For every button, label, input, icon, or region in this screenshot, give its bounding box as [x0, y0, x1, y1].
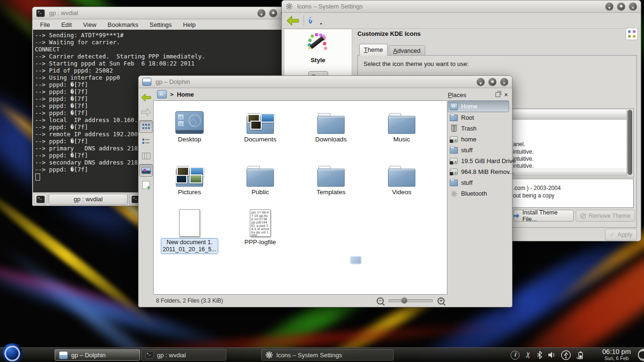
theme-credit-line: out being a copy — [513, 192, 554, 199]
terminal-line: CONNECT — [35, 46, 292, 53]
close-button[interactable] — [500, 78, 508, 86]
app-launcher-button[interactable] — [1, 343, 23, 362]
removable-drive-icon — [450, 169, 458, 175]
zoom-out-icon[interactable]: − — [377, 297, 384, 304]
details-view-button[interactable] — [139, 135, 153, 148]
zoom-in-icon[interactable]: + — [438, 297, 445, 304]
remove-theme-button[interactable]: Remove Theme — [576, 210, 635, 222]
folder-item-videos[interactable]: Videos — [366, 157, 437, 196]
dolphin-titlebar[interactable]: gp – Dolphin — [139, 76, 512, 88]
places-item-home-partition[interactable]: home — [448, 134, 509, 145]
back-button[interactable] — [139, 91, 153, 104]
back-button[interactable] — [287, 16, 299, 26]
menu-view[interactable]: View — [83, 21, 96, 28]
breadcrumb-home[interactable]: Home — [177, 91, 194, 98]
bluetooth-icon[interactable] — [537, 351, 543, 359]
maximize-button[interactable] — [269, 9, 277, 17]
folder-item-desktop[interactable]: Desktop — [154, 105, 225, 143]
places-panel: Places ✕ Home Root Trash home — [448, 89, 509, 293]
plasma-cashew-icon[interactable] — [638, 349, 644, 361]
preview-icon — [141, 167, 151, 174]
places-item-stuff[interactable]: stuff — [448, 145, 509, 156]
places-item-removable[interactable]: 964.8 MiB Remov... — [448, 166, 509, 177]
home-folder-icon[interactable] — [157, 90, 167, 99]
folder-item-templates[interactable]: Templates — [296, 157, 366, 196]
scrollbar[interactable] — [627, 109, 633, 176]
battery-icon[interactable] — [576, 351, 584, 360]
device-notifier-icon[interactable] — [561, 350, 571, 360]
columns-view-button[interactable] — [139, 149, 153, 162]
file-item-new-document[interactable]: New document 1. 2011_01_20_16_5... — [154, 207, 225, 254]
clock[interactable]: 06:10 pm Sun, 6 Feb — [603, 348, 631, 362]
tab-advanced[interactable]: Advanced — [388, 45, 425, 56]
places-item-root[interactable]: Root — [448, 112, 509, 123]
preview-button[interactable] — [139, 164, 153, 177]
klipper-scissors-icon[interactable]: ✂ — [525, 350, 531, 360]
menu-bookmarks[interactable]: Bookmarks — [107, 21, 138, 28]
places-label: 964.8 MiB Remov... — [461, 168, 514, 175]
trash-icon — [451, 125, 457, 132]
clock-date: Sun, 6 Feb — [603, 355, 631, 362]
volume-icon[interactable] — [548, 351, 556, 359]
gear-icon — [286, 3, 293, 10]
close-panel-icon[interactable]: ✕ — [504, 92, 508, 98]
menu-file[interactable]: File — [40, 21, 50, 28]
notifications-icon[interactable]: i — [511, 351, 520, 360]
new-tab-button[interactable] — [34, 194, 47, 205]
tab-theme[interactable]: Theme — [359, 44, 388, 56]
forward-arrow-icon — [141, 108, 151, 116]
system-settings-titlebar[interactable]: Icons – System Settings — [282, 0, 641, 13]
minimize-button[interactable] — [257, 9, 265, 17]
sidebar-item-style[interactable]: Style — [284, 33, 352, 64]
maximize-button[interactable] — [617, 2, 625, 10]
folder-item-documents[interactable]: Documents — [225, 105, 296, 143]
places-item-stuff-2[interactable]: stuff — [448, 177, 509, 188]
dolphin-toolbar — [139, 88, 153, 295]
hard-drive-icon — [450, 158, 458, 164]
close-button[interactable] — [629, 2, 637, 10]
overview-icon[interactable] — [626, 28, 638, 40]
help-button[interactable]: ? ▾ — [309, 16, 319, 26]
file-item-ppp-logfile[interactable]: Jan 17 09:4 7:18 gp-Asp ire-5738 pp pd[1… — [225, 207, 296, 246]
folder-item-downloads[interactable]: Downloads — [296, 105, 366, 143]
task-system-settings[interactable]: Icons – System Settings — [261, 349, 394, 361]
konsole-tab-label: gp : wvdial — [74, 196, 102, 203]
menu-settings[interactable]: Settings — [149, 21, 172, 28]
sidebar-item-style-label: Style — [284, 57, 352, 64]
split-view-button[interactable] — [139, 179, 153, 191]
dolphin-icon — [59, 351, 68, 359]
minimize-button[interactable] — [477, 78, 485, 86]
places-item-bluetooth[interactable]: Bluetooth — [448, 188, 509, 199]
maximize-button[interactable] — [488, 78, 496, 86]
remove-theme-label: Remove Theme — [589, 213, 631, 219]
install-theme-button[interactable]: Install Theme File... — [513, 210, 574, 222]
item-label: Public — [225, 189, 296, 196]
task-wvdial[interactable]: gp : wvdial — [141, 349, 226, 361]
terminal-icon — [145, 351, 154, 359]
places-item-home[interactable]: Home — [448, 100, 509, 112]
places-item-trash[interactable]: Trash — [448, 123, 509, 134]
icons-view-button[interactable] — [139, 120, 153, 133]
folder-item-pictures[interactable]: Pictures — [154, 157, 225, 196]
desktop: gp : wvdial File Edit View Bookmarks Set… — [0, 0, 644, 362]
float-panel-icon[interactable] — [495, 92, 500, 97]
task-label: gp : wvdial — [157, 352, 186, 359]
folder-item-public[interactable]: Public — [225, 157, 296, 196]
menu-edit[interactable]: Edit — [61, 21, 72, 28]
konsole-titlebar[interactable]: gp : wvdial — [33, 7, 293, 19]
remove-icon — [580, 213, 586, 219]
places-label: home — [461, 136, 477, 143]
task-dolphin[interactable]: gp – Dolphin — [55, 349, 140, 361]
folder-view[interactable]: Desktop Documents Downloads Music Pictur… — [153, 100, 447, 295]
minimize-button[interactable] — [605, 2, 613, 10]
scrollbar-thumb[interactable] — [627, 110, 632, 175]
zoom-slider-handle[interactable] — [401, 297, 407, 304]
item-label: Videos — [366, 189, 437, 196]
konsole-tab[interactable]: gp : wvdial — [49, 194, 128, 205]
places-item-hard-drive[interactable]: 19.5 GiB Hard Drive — [448, 156, 509, 166]
menu-help[interactable]: Help — [183, 21, 196, 28]
apply-button[interactable]: ✓ Apply — [605, 229, 637, 240]
forward-button[interactable] — [139, 106, 153, 118]
zoom-slider[interactable] — [388, 299, 433, 302]
folder-item-music[interactable]: Music — [366, 105, 437, 143]
